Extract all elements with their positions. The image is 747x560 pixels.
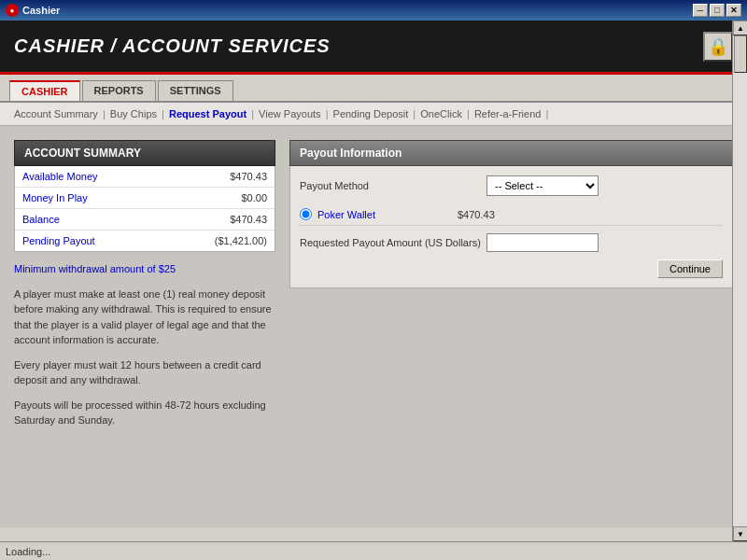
amount-value [486, 233, 723, 252]
payout-header: Payout Information [289, 140, 733, 166]
info-paragraph-2: Every player must wait 12 hours between … [14, 357, 275, 388]
title-bar: ● Cashier ─ □ ✕ [0, 0, 747, 21]
balance-label: Balance [22, 214, 60, 225]
scroll-down-button[interactable]: ▼ [733, 526, 747, 541]
tab-settings[interactable]: SETTINGS [158, 80, 233, 101]
account-table: Available Money $470.43 Money In Play $0… [14, 166, 275, 252]
title-bar-left: ● Cashier [6, 4, 60, 17]
pending-payout-label: Pending Payout [22, 235, 95, 246]
pending-payout-value: ($1,421.00) [215, 235, 267, 246]
title-buttons: ─ □ ✕ [693, 4, 741, 17]
continue-btn-row: Continue [300, 259, 723, 278]
payout-method-row: Payout Method -- Select -- Check Bank Tr… [300, 175, 723, 196]
table-row: Available Money $470.43 [15, 166, 275, 188]
table-row: Money In Play $0.00 [15, 188, 275, 209]
nav-bar: Account Summary | Buy Chips | Request Pa… [0, 103, 747, 126]
info-paragraph-3: Payouts will be processed within 48-72 h… [14, 398, 275, 428]
poker-wallet-label: Poker Wallet [317, 209, 458, 220]
available-money-value: $470.43 [230, 171, 267, 182]
nav-oneclick[interactable]: OneClick [420, 108, 462, 119]
nav-view-payouts[interactable]: View Payouts [259, 108, 320, 119]
continue-button[interactable]: Continue [657, 259, 723, 278]
tab-reports[interactable]: REPORTS [82, 80, 156, 101]
maximize-button[interactable]: □ [710, 4, 725, 17]
poker-wallet-row: Poker Wallet $470.43 [300, 203, 723, 226]
payout-body: Payout Method -- Select -- Check Bank Tr… [289, 166, 733, 288]
money-in-play-value: $0.00 [241, 192, 267, 203]
payout-method-select[interactable]: -- Select -- Check Bank Transfer Poker W… [486, 175, 599, 196]
nav-refer-a-friend[interactable]: Refer-a-Friend [474, 108, 542, 119]
info-text: Minimum withdrawal amount of $25 A playe… [14, 261, 275, 428]
status-text: Loading... [6, 546, 50, 557]
balance-value: $470.43 [230, 214, 267, 225]
payout-method-value: -- Select -- Check Bank Transfer Poker W… [486, 175, 723, 196]
close-button[interactable]: ✕ [726, 4, 741, 17]
nav-pending-deposit[interactable]: Pending Deposit [333, 108, 409, 119]
table-row: Balance $470.43 [15, 209, 275, 231]
poker-wallet-amount: $470.43 [458, 209, 495, 220]
amount-row: Requested Payout Amount (US Dollars) [300, 233, 723, 252]
nav-account-summary[interactable]: Account Summary [14, 108, 98, 119]
app-icon: ● [6, 4, 19, 17]
account-summary-header: ACCOUNT SUMMARY [14, 140, 275, 166]
money-in-play-label: Money In Play [22, 192, 88, 203]
scrollbar[interactable]: ▲ ▼ [732, 21, 747, 541]
scroll-up-button[interactable]: ▲ [733, 21, 747, 35]
min-withdrawal-text: Minimum withdrawal amount of $25 [14, 261, 275, 277]
nav-request-payout[interactable]: Request Payout [169, 108, 247, 119]
table-row: Pending Payout ($1,421.00) [15, 231, 275, 251]
left-panel: ACCOUNT SUMMARY Available Money $470.43 … [14, 140, 275, 513]
minimize-button[interactable]: ─ [693, 4, 708, 17]
scroll-track[interactable] [733, 35, 747, 526]
window-title: Cashier [22, 5, 60, 16]
tab-cashier[interactable]: CASHIER [9, 80, 80, 101]
info-paragraph-1: A player must make at least one (1) real… [14, 287, 275, 348]
main-content: ACCOUNT SUMMARY Available Money $470.43 … [0, 126, 747, 527]
amount-input[interactable] [486, 233, 599, 252]
right-panel: Payout Information Payout Method -- Sele… [289, 140, 733, 513]
app-title: CASHIER / ACCOUNT SERVICES [14, 35, 331, 57]
nav-buy-chips[interactable]: Buy Chips [110, 108, 157, 119]
status-bar: Loading... [0, 541, 747, 560]
available-money-label: Available Money [22, 171, 98, 182]
lock-icon: 🔒 [703, 32, 733, 62]
scroll-thumb[interactable] [734, 35, 747, 73]
payout-method-label: Payout Method [300, 180, 486, 191]
amount-label: Requested Payout Amount (US Dollars) [300, 237, 486, 248]
app-header: CASHIER / ACCOUNT SERVICES 🔒 [0, 21, 747, 75]
poker-wallet-radio[interactable] [300, 208, 312, 220]
tabs-bar: CASHIER REPORTS SETTINGS [0, 75, 747, 103]
